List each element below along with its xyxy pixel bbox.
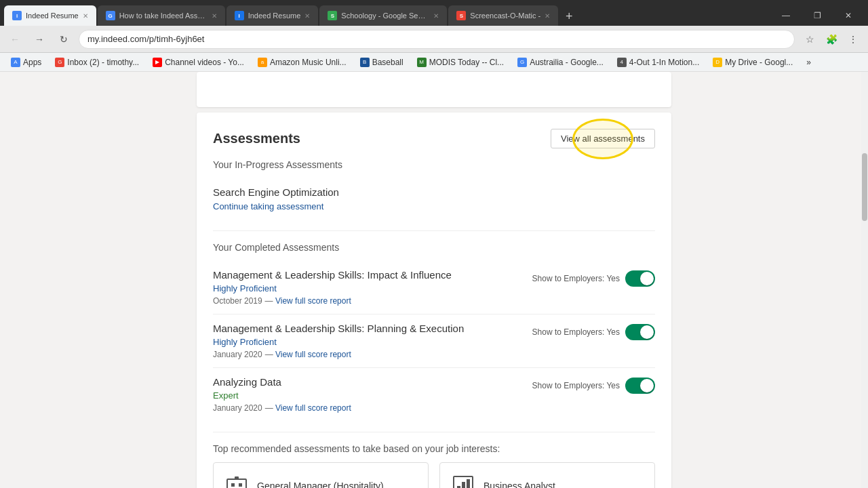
amazon-icon: a xyxy=(258,58,267,67)
proficiency-label: Highly Proficient xyxy=(213,337,532,347)
australia-icon: G xyxy=(517,58,527,67)
address-bar[interactable] xyxy=(79,30,795,49)
svg-rect-5 xyxy=(235,476,239,479)
section-header: Assessments View all assessments xyxy=(213,129,655,148)
maximize-button[interactable]: ❐ xyxy=(802,5,833,26)
scrollbar[interactable] xyxy=(861,72,868,488)
assessment-date: January 2020 xyxy=(213,403,262,413)
tab-schoology[interactable]: S Schoology - Google Search ✕ xyxy=(319,5,447,26)
svg-rect-0 xyxy=(227,479,246,488)
view-all-button-wrapper: View all assessments xyxy=(551,129,655,148)
tab-close-button[interactable]: ✕ xyxy=(433,12,439,20)
recommended-card-analyst[interactable]: Business Analyst xyxy=(439,462,655,488)
extensions-button[interactable]: 🧩 xyxy=(822,30,841,49)
completed-item-1: Management & Leadership Skills: Impact &… xyxy=(213,261,655,314)
tab-favicon: I xyxy=(12,11,22,20)
tab-close-button[interactable]: ✕ xyxy=(545,12,550,20)
svg-rect-1 xyxy=(231,483,235,487)
completed-row: Management & Leadership Skills: Impact &… xyxy=(213,269,655,306)
bookmark-label: Amazon Music Unli... xyxy=(270,58,347,67)
youtube-icon: ▶ xyxy=(153,58,162,67)
assessment-name: Management & Leadership Skills: Impact &… xyxy=(213,269,532,281)
bookmark-label: Apps xyxy=(23,58,41,67)
date-separator: — xyxy=(265,350,275,359)
completed-subsection: Your Completed Assessments Management & … xyxy=(213,242,655,421)
tab-favicon: S xyxy=(328,11,337,20)
bookmark-label: Channel videos - Yo... xyxy=(165,58,244,67)
tab-title: Indeed Resume xyxy=(26,12,79,20)
bookmark-button[interactable]: ☆ xyxy=(800,30,819,49)
view-report-link[interactable]: View full score report xyxy=(275,296,351,306)
tab-indeed-resume-2[interactable]: I Indeed Resume ✕ xyxy=(226,5,319,26)
tab-how-to[interactable]: G How to take Indeed Assessme... ✕ xyxy=(98,5,225,26)
4out-icon: 4 xyxy=(617,58,627,67)
tab-close-button[interactable]: ✕ xyxy=(212,12,217,20)
bookmark-apps[interactable]: A Apps xyxy=(5,56,47,68)
show-employer-toggle[interactable] xyxy=(625,324,655,340)
gmail-icon: G xyxy=(55,58,64,67)
show-employer-text: Show to Employers: Yes xyxy=(532,274,620,283)
bookmark-australia[interactable]: G Austrailia - Google... xyxy=(512,56,609,68)
bookmark-drive[interactable]: D My Drive - Googl... xyxy=(707,56,798,68)
toggle-knob xyxy=(640,379,654,392)
tab-indeed-resume-1[interactable]: I Indeed Resume ✕ xyxy=(4,5,96,26)
recommended-card-hospitality[interactable]: General Manager (Hospitality) xyxy=(213,462,429,488)
view-report-link[interactable]: View full score report xyxy=(275,403,351,413)
bookmark-modis[interactable]: M MODIS Today -- Cl... xyxy=(412,56,509,68)
recommended-title: Top recommended assessments to take base… xyxy=(213,443,655,454)
bookmark-label: 4-Out 1-In Motion... xyxy=(629,58,699,67)
svg-rect-2 xyxy=(239,483,242,487)
completed-left: Analyzing Data Expert January 2020 — Vie… xyxy=(213,376,532,413)
tab-title: Indeed Resume xyxy=(248,12,301,20)
recommended-card-label: General Manager (Hospitality) xyxy=(257,481,384,488)
show-employer-toggle[interactable] xyxy=(625,270,655,287)
close-button[interactable]: ✕ xyxy=(833,5,864,26)
apps-icon: A xyxy=(11,58,20,67)
tab-close-button[interactable]: ✕ xyxy=(83,12,88,20)
browser-window: I Indeed Resume ✕ G How to take Indeed A… xyxy=(0,0,868,488)
completed-right: Show to Employers: Yes xyxy=(532,270,655,287)
bookmark-baseball[interactable]: B Baseball xyxy=(355,56,409,68)
completed-row: Management & Leadership Skills: Planning… xyxy=(213,323,655,359)
section-divider xyxy=(213,432,655,432)
menu-button[interactable]: ⋮ xyxy=(844,30,863,49)
completed-row: Analyzing Data Expert January 2020 — Vie… xyxy=(213,376,655,413)
tab-close-button[interactable]: ✕ xyxy=(304,12,310,20)
tab-title: Screencast-O-Matic - xyxy=(470,12,540,20)
tab-favicon: G xyxy=(106,11,115,20)
new-tab-button[interactable]: + xyxy=(559,7,578,26)
assessments-section: Assessments View all assessments Your In… xyxy=(197,113,671,488)
show-employer-text: Show to Employers: Yes xyxy=(532,327,620,337)
forward-button[interactable]: → xyxy=(30,30,49,49)
scrollbar-thumb[interactable] xyxy=(862,153,867,221)
bookmark-4out[interactable]: 4 4-Out 1-In Motion... xyxy=(612,56,705,68)
view-all-button[interactable]: View all assessments xyxy=(551,129,655,148)
bookmark-inbox[interactable]: G Inbox (2) - timothy... xyxy=(50,56,144,68)
svg-rect-8 xyxy=(462,482,465,488)
tab-screencast[interactable]: S Screencast-O-Matic - ✕ xyxy=(448,5,558,26)
in-progress-title: Your In-Progress Assessments xyxy=(213,159,655,170)
back-button[interactable]: ← xyxy=(5,30,24,49)
refresh-button[interactable]: ↻ xyxy=(54,30,73,49)
bookmark-amazon-music[interactable]: a Amazon Music Unli... xyxy=(252,56,352,68)
bookmark-youtube[interactable]: ▶ Channel videos - Yo... xyxy=(147,56,250,68)
bookmark-bar: A Apps G Inbox (2) - timothy... ▶ Channe… xyxy=(0,53,868,72)
proficiency-label: Highly Proficient xyxy=(213,283,532,293)
recommended-card-label: Business Analyst xyxy=(484,481,555,488)
toggle-knob xyxy=(640,272,654,285)
minimize-button[interactable]: — xyxy=(770,5,802,26)
in-progress-subsection: Your In-Progress Assessments Search Engi… xyxy=(213,159,655,220)
bookmark-label: My Drive - Googl... xyxy=(725,58,793,67)
continue-link[interactable]: Continue taking assessment xyxy=(213,201,323,211)
show-employer-toggle[interactable] xyxy=(625,378,655,394)
building-icon xyxy=(224,474,249,488)
in-progress-item: Search Engine Optimization Continue taki… xyxy=(213,178,655,220)
completed-right: Show to Employers: Yes xyxy=(532,324,655,340)
completed-left: Management & Leadership Skills: Impact &… xyxy=(213,269,532,306)
bookmark-label: MODIS Today -- Cl... xyxy=(429,58,504,67)
view-report-link[interactable]: View full score report xyxy=(275,350,351,359)
assessment-name: Management & Leadership Skills: Planning… xyxy=(213,323,532,334)
assessment-name: Analyzing Data xyxy=(213,376,532,388)
bookmark-more[interactable]: » xyxy=(801,56,816,68)
toggle-knob xyxy=(640,325,654,339)
